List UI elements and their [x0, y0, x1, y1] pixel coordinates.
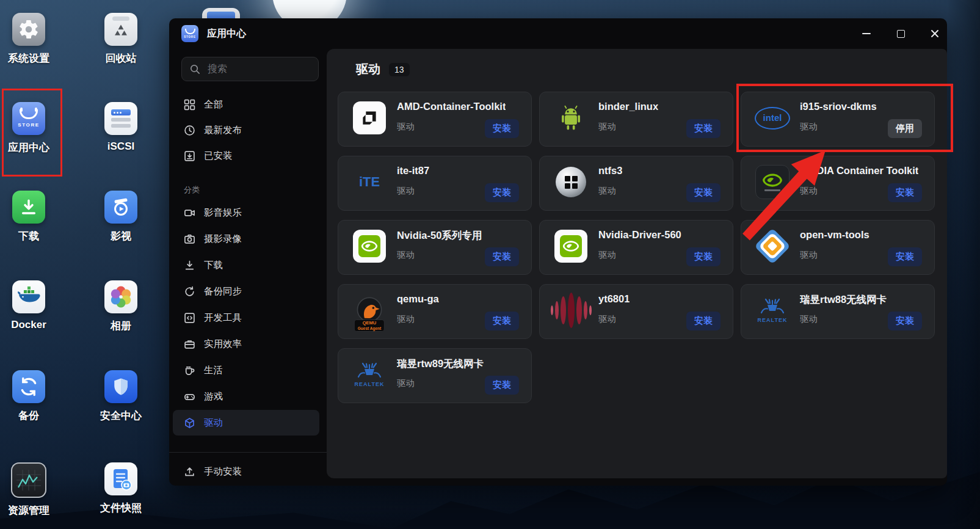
qemu-badge-text: QEMU — [358, 321, 381, 326]
app-store-icon: STORE — [12, 102, 45, 135]
ite-logo-text: iTE — [359, 174, 380, 190]
titlebar[interactable]: STORE 应用中心 — [169, 18, 947, 49]
install-button[interactable]: 安装 — [888, 312, 922, 330]
sidebar-item-life[interactable]: 生活 — [173, 357, 319, 383]
amd-logo-icon — [352, 100, 387, 136]
close-button[interactable] — [925, 24, 945, 43]
sidebar-item-download[interactable]: 下载 — [173, 252, 319, 278]
app-card-open-vm-tools[interactable]: open-vm-tools 驱动 安装 — [741, 220, 935, 275]
nvidia-logo-icon — [352, 228, 387, 264]
sidebar-item-installed[interactable]: 已安装 — [173, 143, 319, 169]
sidebar-item-label: 游戏 — [204, 390, 223, 403]
app-category: 驱动 — [800, 313, 818, 325]
app-category: 驱动 — [397, 121, 415, 133]
realtek-logo-text: REALTEK — [355, 381, 385, 387]
app-card-rtw89[interactable]: REALTEK 瑞昱rtw89无线网卡 驱动 安装 — [338, 348, 532, 403]
install-button[interactable]: 安装 — [485, 119, 519, 138]
app-card-binder-linux[interactable]: binder_linux 驱动 安装 — [539, 92, 733, 147]
search-input[interactable] — [206, 63, 310, 75]
upload-icon — [184, 466, 195, 478]
app-category: 驱动 — [598, 313, 616, 325]
search-icon — [189, 64, 201, 75]
sidebar-item-label: 开发工具 — [204, 312, 242, 324]
desktop-icon-label: 影视 — [92, 229, 150, 243]
desktop-icon-download[interactable]: 下载 — [0, 191, 58, 243]
desktop-icon-photos[interactable]: 相册 — [92, 280, 150, 333]
app-card-i915-sriov-dkms[interactable]: intel i915-sriov-dkms 驱动 停用 — [741, 92, 935, 147]
install-button[interactable]: 安装 — [888, 183, 922, 202]
desktop-icon-label: 文件快照 — [92, 501, 150, 515]
install-button[interactable]: 安装 — [686, 119, 720, 138]
sidebar-item-media[interactable]: 影音娱乐 — [173, 200, 319, 225]
category-section-label: 分类 — [184, 184, 200, 195]
app-category: 驱动 — [598, 185, 616, 197]
video-camera-icon — [184, 207, 195, 219]
install-button[interactable]: 安装 — [485, 183, 519, 202]
desktop-icon-iscsi[interactable]: iSCSI — [92, 102, 150, 153]
sidebar-item-latest[interactable]: 最新发布 — [173, 117, 319, 143]
desktop-icon-recycle-bin[interactable]: 回收站 — [92, 13, 150, 65]
install-button[interactable]: 安装 — [888, 247, 922, 266]
intel-logo-text: intel — [763, 112, 782, 123]
sidebar-item-label: 下载 — [204, 259, 223, 272]
desktop-icon-system-settings[interactable]: 系统设置 — [0, 13, 58, 65]
motorcomm-logo-icon — [553, 293, 589, 328]
window-title: 应用中心 — [207, 27, 246, 40]
app-card-ntfs3[interactable]: ntfs3 驱动 安装 — [539, 156, 733, 211]
desktop-icon-movies[interactable]: 影视 — [92, 191, 150, 243]
disable-button[interactable]: 停用 — [888, 119, 922, 138]
sidebar-item-backup-sync[interactable]: 备份同步 — [173, 279, 319, 304]
app-category: 驱动 — [397, 185, 415, 197]
desktop-icon-label: 系统设置 — [0, 51, 58, 65]
app-card-nvidia-driver-560[interactable]: Nvidia-Driver-560 驱动 安装 — [539, 220, 733, 275]
desktop-icon-security-center[interactable]: 安全中心 — [92, 370, 150, 423]
desktop-icon-label: 下载 — [0, 229, 58, 243]
desktop-icon-label: 资源管理 — [0, 503, 58, 517]
app-count-badge: 13 — [389, 63, 410, 76]
sidebar-item-label: 手动安装 — [204, 465, 242, 478]
desktop-icon-resource-monitor[interactable]: 资源管理 — [0, 462, 58, 517]
app-card-nvidia-50-series[interactable]: Nvidia-50系列专用 驱动 安装 — [338, 220, 532, 275]
app-card-nvidia-container-toolkit[interactable]: NVIDIA Container Toolkit 驱动 安装 — [741, 156, 935, 211]
app-card-rtw88[interactable]: REALTEK 瑞昱rtw88无线网卡 驱动 安装 — [741, 284, 935, 339]
app-card-yt6801[interactable]: yt6801 驱动 安装 — [539, 284, 733, 339]
minimize-button[interactable] — [857, 24, 876, 43]
desktop-icon-docker[interactable]: Docker — [0, 280, 58, 331]
maximize-icon — [897, 30, 905, 38]
install-button[interactable]: 安装 — [485, 376, 519, 395]
desktop-icon-label: 安全中心 — [92, 409, 150, 423]
sidebar-item-games[interactable]: 游戏 — [173, 384, 319, 409]
install-button[interactable]: 安装 — [686, 183, 720, 202]
sidebar-item-manual-install[interactable]: 手动安装 — [173, 459, 319, 484]
clock-icon — [184, 125, 195, 136]
sidebar-item-photography[interactable]: 摄影录像 — [173, 226, 319, 252]
maximize-button[interactable] — [891, 24, 910, 43]
sidebar-item-drivers[interactable]: 驱动 — [173, 410, 319, 436]
briefcase-icon — [184, 338, 195, 350]
intel-logo-icon: intel — [755, 100, 790, 136]
install-button[interactable]: 安装 — [485, 247, 519, 266]
desktop-icon-backup[interactable]: 备份 — [0, 370, 58, 423]
desktop-icon-label: iSCSI — [92, 140, 150, 153]
desktop-icon-app-store[interactable]: STORE 应用中心 — [0, 102, 58, 155]
desktop-icon-label: 应用中心 — [0, 140, 58, 155]
install-button[interactable]: 安装 — [686, 312, 720, 330]
sidebar-item-label: 备份同步 — [204, 285, 242, 298]
app-card-amd-container-toolkit[interactable]: AMD-Container-Toolkit 驱动 安装 — [338, 92, 532, 147]
desktop-icon-file-snapshot[interactable]: 文件快照 — [92, 462, 150, 515]
sidebar-item-utilities[interactable]: 实用效率 — [173, 331, 319, 357]
sidebar-item-all[interactable]: 全部 — [173, 92, 319, 117]
search-box[interactable] — [181, 57, 319, 81]
app-category: 驱动 — [800, 121, 818, 133]
desktop-icon-label: 回收站 — [92, 51, 150, 65]
sidebar-item-dev-tools[interactable]: 开发工具 — [173, 305, 319, 330]
sidebar-divider — [169, 452, 327, 453]
app-card-ite-it87[interactable]: iTE ite-it87 驱动 安装 — [338, 156, 532, 211]
install-button[interactable]: 安装 — [485, 312, 519, 330]
cup-icon — [184, 365, 195, 376]
app-card-qemu-ga[interactable]: QEMU Guest Agent qemu-ga 驱动 安装 — [338, 284, 532, 339]
install-button[interactable]: 安装 — [686, 247, 720, 266]
category-title: 驱动 — [356, 61, 380, 78]
app-center-window: STORE 应用中心 全部 最新发布 — [169, 18, 947, 486]
download-icon — [12, 191, 45, 224]
